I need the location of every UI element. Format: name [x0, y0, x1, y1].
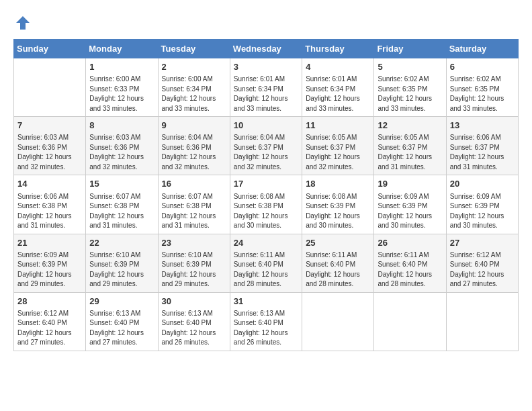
- day-info: Sunrise: 6:05 AMSunset: 6:37 PMDaylight:…: [378, 133, 442, 172]
- day-number: 31: [234, 295, 298, 308]
- calendar-cell: 13Sunrise: 6:06 AMSunset: 6:37 PMDayligh…: [446, 117, 518, 175]
- day-info: Sunrise: 6:11 AMSunset: 6:40 PMDaylight:…: [306, 250, 370, 289]
- calendar-cell: 3Sunrise: 6:01 AMSunset: 6:34 PMDaylight…: [230, 58, 302, 117]
- day-number: 21: [17, 237, 82, 249]
- day-info: Sunrise: 6:00 AMSunset: 6:34 PMDaylight:…: [162, 75, 226, 113]
- day-info: Sunrise: 6:02 AMSunset: 6:35 PMDaylight:…: [378, 75, 442, 113]
- day-info: Sunrise: 6:04 AMSunset: 6:36 PMDaylight:…: [162, 133, 226, 172]
- calendar-cell: 11Sunrise: 6:05 AMSunset: 6:37 PMDayligh…: [302, 117, 374, 175]
- day-info: Sunrise: 6:00 AMSunset: 6:33 PMDaylight:…: [89, 75, 154, 113]
- day-number: 20: [450, 178, 515, 190]
- day-info: Sunrise: 6:12 AMSunset: 6:40 PMDaylight:…: [17, 309, 82, 348]
- page-header: [13, 13, 519, 32]
- day-number: 13: [450, 120, 515, 132]
- day-number: 25: [306, 237, 370, 249]
- col-header-wednesday: Wednesday: [230, 40, 302, 58]
- day-info: Sunrise: 6:06 AMSunset: 6:37 PMDaylight:…: [450, 133, 515, 172]
- day-number: 2: [162, 61, 226, 73]
- day-info: Sunrise: 6:03 AMSunset: 6:36 PMDaylight:…: [17, 133, 82, 172]
- day-number: 28: [17, 295, 82, 308]
- day-number: 3: [234, 61, 298, 73]
- calendar-cell: 1Sunrise: 6:00 AMSunset: 6:33 PMDaylight…: [86, 58, 158, 117]
- day-number: 15: [89, 178, 154, 190]
- col-header-saturday: Saturday: [446, 40, 518, 58]
- calendar-cell: 14Sunrise: 6:06 AMSunset: 6:38 PMDayligh…: [14, 175, 86, 234]
- day-info: Sunrise: 6:08 AMSunset: 6:39 PMDaylight:…: [306, 192, 370, 231]
- day-number: 17: [234, 178, 298, 190]
- day-number: 14: [17, 178, 82, 190]
- day-info: Sunrise: 6:09 AMSunset: 6:39 PMDaylight:…: [450, 192, 515, 231]
- logo: [13, 13, 35, 32]
- col-header-thursday: Thursday: [302, 40, 374, 58]
- calendar-table: SundayMondayTuesdayWednesdayThursdayFrid…: [13, 39, 519, 351]
- day-number: 7: [17, 120, 82, 132]
- calendar-cell: 25Sunrise: 6:11 AMSunset: 6:40 PMDayligh…: [302, 234, 374, 292]
- day-info: Sunrise: 6:07 AMSunset: 6:38 PMDaylight:…: [89, 192, 154, 231]
- calendar-cell: 8Sunrise: 6:03 AMSunset: 6:36 PMDaylight…: [86, 117, 158, 175]
- calendar-cell: [374, 292, 446, 351]
- calendar-cell: 16Sunrise: 6:07 AMSunset: 6:38 PMDayligh…: [158, 175, 230, 234]
- col-header-friday: Friday: [374, 40, 446, 58]
- day-info: Sunrise: 6:09 AMSunset: 6:39 PMDaylight:…: [378, 192, 442, 231]
- day-info: Sunrise: 6:05 AMSunset: 6:37 PMDaylight:…: [306, 133, 370, 172]
- calendar-cell: 24Sunrise: 6:11 AMSunset: 6:40 PMDayligh…: [230, 234, 302, 292]
- day-number: 5: [378, 61, 442, 73]
- day-info: Sunrise: 6:13 AMSunset: 6:40 PMDaylight:…: [234, 309, 298, 348]
- calendar-cell: 28Sunrise: 6:12 AMSunset: 6:40 PMDayligh…: [14, 292, 86, 351]
- day-number: 22: [89, 237, 154, 249]
- calendar-cell: 17Sunrise: 6:08 AMSunset: 6:38 PMDayligh…: [230, 175, 302, 234]
- calendar-cell: [14, 58, 86, 117]
- day-number: 29: [89, 295, 154, 308]
- day-number: 6: [450, 61, 515, 73]
- calendar-cell: 9Sunrise: 6:04 AMSunset: 6:36 PMDaylight…: [158, 117, 230, 175]
- calendar-cell: 19Sunrise: 6:09 AMSunset: 6:39 PMDayligh…: [374, 175, 446, 234]
- day-info: Sunrise: 6:03 AMSunset: 6:36 PMDaylight:…: [89, 133, 154, 172]
- day-number: 11: [306, 120, 370, 132]
- svg-marker-0: [16, 16, 30, 30]
- calendar-cell: 30Sunrise: 6:13 AMSunset: 6:40 PMDayligh…: [158, 292, 230, 351]
- day-info: Sunrise: 6:11 AMSunset: 6:40 PMDaylight:…: [234, 250, 298, 289]
- calendar-cell: [446, 292, 518, 351]
- day-info: Sunrise: 6:01 AMSunset: 6:34 PMDaylight:…: [234, 75, 298, 113]
- day-number: 30: [162, 295, 226, 308]
- day-number: 18: [306, 178, 370, 190]
- col-header-tuesday: Tuesday: [158, 40, 230, 58]
- day-number: 24: [234, 237, 298, 249]
- day-number: 12: [378, 120, 442, 132]
- calendar-cell: 22Sunrise: 6:10 AMSunset: 6:39 PMDayligh…: [86, 234, 158, 292]
- day-number: 10: [234, 120, 298, 132]
- calendar-cell: 2Sunrise: 6:00 AMSunset: 6:34 PMDaylight…: [158, 58, 230, 117]
- day-info: Sunrise: 6:01 AMSunset: 6:34 PMDaylight:…: [306, 75, 370, 113]
- day-info: Sunrise: 6:10 AMSunset: 6:39 PMDaylight:…: [162, 250, 226, 289]
- day-number: 23: [162, 237, 226, 249]
- day-info: Sunrise: 6:04 AMSunset: 6:37 PMDaylight:…: [234, 133, 298, 172]
- calendar-cell: 4Sunrise: 6:01 AMSunset: 6:34 PMDaylight…: [302, 58, 374, 117]
- calendar-cell: [302, 292, 374, 351]
- calendar-cell: 12Sunrise: 6:05 AMSunset: 6:37 PMDayligh…: [374, 117, 446, 175]
- col-header-monday: Monday: [86, 40, 158, 58]
- calendar-cell: 7Sunrise: 6:03 AMSunset: 6:36 PMDaylight…: [14, 117, 86, 175]
- calendar-cell: 18Sunrise: 6:08 AMSunset: 6:39 PMDayligh…: [302, 175, 374, 234]
- calendar-cell: 15Sunrise: 6:07 AMSunset: 6:38 PMDayligh…: [86, 175, 158, 234]
- day-info: Sunrise: 6:13 AMSunset: 6:40 PMDaylight:…: [89, 309, 154, 348]
- calendar-cell: 10Sunrise: 6:04 AMSunset: 6:37 PMDayligh…: [230, 117, 302, 175]
- calendar-cell: 31Sunrise: 6:13 AMSunset: 6:40 PMDayligh…: [230, 292, 302, 351]
- day-number: 9: [162, 120, 226, 132]
- calendar-cell: 5Sunrise: 6:02 AMSunset: 6:35 PMDaylight…: [374, 58, 446, 117]
- calendar-cell: 26Sunrise: 6:11 AMSunset: 6:40 PMDayligh…: [374, 234, 446, 292]
- calendar-cell: 27Sunrise: 6:12 AMSunset: 6:40 PMDayligh…: [446, 234, 518, 292]
- day-info: Sunrise: 6:09 AMSunset: 6:39 PMDaylight:…: [17, 250, 82, 289]
- col-header-sunday: Sunday: [14, 40, 86, 58]
- logo-icon: [13, 13, 32, 32]
- day-number: 8: [89, 120, 154, 132]
- day-number: 26: [378, 237, 442, 249]
- calendar-cell: 21Sunrise: 6:09 AMSunset: 6:39 PMDayligh…: [14, 234, 86, 292]
- day-info: Sunrise: 6:06 AMSunset: 6:38 PMDaylight:…: [17, 192, 82, 231]
- day-info: Sunrise: 6:13 AMSunset: 6:40 PMDaylight:…: [162, 309, 226, 348]
- day-number: 19: [378, 178, 442, 190]
- day-number: 27: [450, 237, 515, 249]
- day-info: Sunrise: 6:07 AMSunset: 6:38 PMDaylight:…: [162, 192, 226, 231]
- calendar-cell: 20Sunrise: 6:09 AMSunset: 6:39 PMDayligh…: [446, 175, 518, 234]
- day-info: Sunrise: 6:02 AMSunset: 6:35 PMDaylight:…: [450, 75, 515, 113]
- calendar-cell: 6Sunrise: 6:02 AMSunset: 6:35 PMDaylight…: [446, 58, 518, 117]
